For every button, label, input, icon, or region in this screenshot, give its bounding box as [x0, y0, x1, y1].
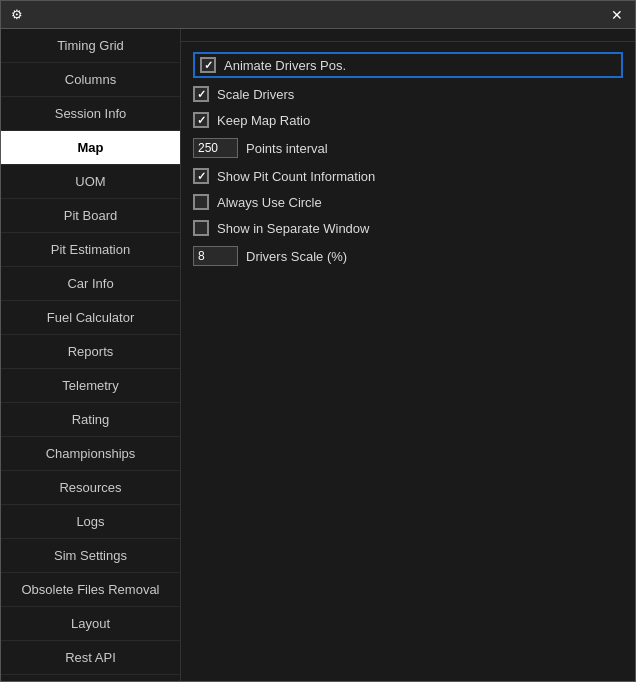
content-area: Timing GridColumnsSession InfoMapUOMPit … [1, 29, 635, 681]
label-drivers-scale: Drivers Scale (%) [246, 249, 347, 264]
close-button[interactable]: ✕ [607, 5, 627, 25]
sidebar-item-label: Layout [71, 616, 110, 631]
input-drivers-scale[interactable] [193, 246, 238, 266]
label-keep-map-ratio: Keep Map Ratio [217, 113, 310, 128]
sidebar-item-label: Fuel Calculator [47, 310, 134, 325]
checkbox-show-pit-count[interactable] [193, 168, 209, 184]
label-points-interval: Points interval [246, 141, 328, 156]
sidebar-item-telemetry[interactable]: Telemetry [1, 369, 180, 403]
sidebar-item-rest-api[interactable]: Rest API [1, 641, 180, 675]
sidebar-item-resources[interactable]: Resources [1, 471, 180, 505]
sidebar-item-label: UOM [75, 174, 105, 189]
checkbox-scale-drivers[interactable] [193, 86, 209, 102]
sidebar-item-reports[interactable]: Reports [1, 335, 180, 369]
option-row-keep-map-ratio: Keep Map Ratio [193, 112, 623, 128]
settings-icon: ⚙ [9, 7, 25, 23]
sidebar-item-label: Car Info [67, 276, 113, 291]
sidebar-item-label: Championships [46, 446, 136, 461]
sidebar-item-championships[interactable]: Championships [1, 437, 180, 471]
sidebar-item-label: Pit Estimation [51, 242, 130, 257]
sidebar-item-uom[interactable]: UOM [1, 165, 180, 199]
sidebar-item-label: Resources [59, 480, 121, 495]
sidebar-item-pit-board[interactable]: Pit Board [1, 199, 180, 233]
input-points-interval[interactable] [193, 138, 238, 158]
sidebar-item-label: Telemetry [62, 378, 118, 393]
sidebar-item-label: Columns [65, 72, 116, 87]
label-always-use-circle: Always Use Circle [217, 195, 322, 210]
option-row-points-interval: Points interval [193, 138, 623, 158]
sidebar-item-fuel-calculator[interactable]: Fuel Calculator [1, 301, 180, 335]
sidebar-item-label: Rating [72, 412, 110, 427]
option-row-show-separate-window: Show in Separate Window [193, 220, 623, 236]
option-row-show-pit-count: Show Pit Count Information [193, 168, 623, 184]
option-row-scale-drivers: Scale Drivers [193, 86, 623, 102]
sidebar-item-label: Logs [76, 514, 104, 529]
sidebar-item-columns[interactable]: Columns [1, 63, 180, 97]
label-show-pit-count: Show Pit Count Information [217, 169, 375, 184]
sidebar-item-session-info[interactable]: Session Info [1, 97, 180, 131]
sidebar-item-label: Reports [68, 344, 114, 359]
checkbox-animate-drivers-pos[interactable] [200, 57, 216, 73]
sidebar-item-label: Sim Settings [54, 548, 127, 563]
sidebar-item-label: Map [78, 140, 104, 155]
sidebar-item-obsolete-files-removal[interactable]: Obsolete Files Removal [1, 573, 180, 607]
title-bar-left: ⚙ [9, 7, 31, 23]
sidebar-item-car-info[interactable]: Car Info [1, 267, 180, 301]
title-bar: ⚙ ✕ [1, 1, 635, 29]
sidebar-item-label: Timing Grid [57, 38, 124, 53]
sidebar-item-pit-estimation[interactable]: Pit Estimation [1, 233, 180, 267]
sidebar: Timing GridColumnsSession InfoMapUOMPit … [1, 29, 181, 681]
sidebar-item-label: Rest API [65, 650, 116, 665]
sidebar-item-label: Session Info [55, 106, 127, 121]
checkbox-always-use-circle[interactable] [193, 194, 209, 210]
option-row-animate-drivers-pos: Animate Drivers Pos. [193, 52, 623, 78]
option-row-always-use-circle: Always Use Circle [193, 194, 623, 210]
label-scale-drivers: Scale Drivers [217, 87, 294, 102]
sidebar-item-label: Pit Board [64, 208, 117, 223]
sidebar-item-map[interactable]: Map [1, 131, 180, 165]
checkbox-keep-map-ratio[interactable] [193, 112, 209, 128]
checkbox-show-separate-window[interactable] [193, 220, 209, 236]
settings-window: ⚙ ✕ Timing GridColumnsSession InfoMapUOM… [0, 0, 636, 682]
sidebar-item-rating[interactable]: Rating [1, 403, 180, 437]
label-animate-drivers-pos: Animate Drivers Pos. [224, 58, 346, 73]
section-header [181, 29, 635, 42]
sidebar-item-layout[interactable]: Layout [1, 607, 180, 641]
map-options: Animate Drivers Pos.Scale DriversKeep Ma… [181, 42, 635, 286]
main-panel: Animate Drivers Pos.Scale DriversKeep Ma… [181, 29, 635, 681]
option-row-drivers-scale: Drivers Scale (%) [193, 246, 623, 266]
sidebar-item-label: Obsolete Files Removal [22, 582, 160, 597]
label-show-separate-window: Show in Separate Window [217, 221, 369, 236]
sidebar-item-timing-grid[interactable]: Timing Grid [1, 29, 180, 63]
sidebar-item-sim-settings[interactable]: Sim Settings [1, 539, 180, 573]
sidebar-item-logs[interactable]: Logs [1, 505, 180, 539]
